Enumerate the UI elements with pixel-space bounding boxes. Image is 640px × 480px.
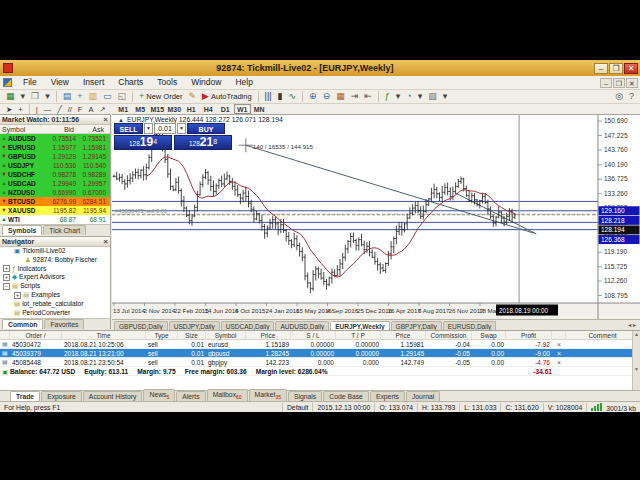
terminal-tab[interactable]: Code Base [323, 391, 369, 401]
restore-button[interactable]: ❐ [609, 63, 623, 74]
close-position-button[interactable]: × [552, 358, 566, 367]
close-position-button[interactable]: × [552, 349, 566, 358]
timeframe-button[interactable]: M5 [132, 104, 149, 114]
navigator-tree-item[interactable]: + ƒ Indicators [0, 265, 110, 274]
market-watch-row[interactable]: ▲ AUDUSD 0.73514 0.73521 [0, 134, 110, 143]
tree-expand-icon[interactable]: + [3, 265, 10, 272]
market-watch-tab[interactable]: Symbols [2, 225, 42, 235]
timeframe-button[interactable]: M15 [149, 104, 166, 114]
zoom-out-icon[interactable]: ⊖ [320, 91, 334, 103]
child-close-button[interactable]: ✕ [626, 78, 638, 88]
timeframe-button[interactable]: W1 [234, 104, 251, 114]
navigator-tree-item[interactable]: ♟ 92874: Bobby Fischer [0, 256, 110, 265]
tree-expand-icon[interactable]: + [3, 274, 10, 281]
menu-item[interactable]: Insert [76, 76, 111, 89]
bar-chart-icon[interactable]: ||| [262, 91, 275, 103]
periods-icon[interactable]: ◔ [403, 91, 414, 103]
market-watch-row[interactable]: ▼ USDCHF 0.98278 0.98289 [0, 170, 110, 179]
chart-dropdown-icon[interactable]: ▾ [18, 91, 29, 103]
lot-dropdown-icon[interactable]: ▼ [177, 123, 186, 134]
navigator-tree-item[interactable]: ▤ lot_rebate_calculator [0, 300, 110, 309]
navigator-tree-item[interactable]: ▣ Tickmill-Live02 [0, 247, 110, 256]
navigator-tree-item[interactable]: + ▤ Examples [0, 291, 110, 300]
market-watch-toggle-icon[interactable]: ▤ [60, 91, 75, 103]
terminal-tab[interactable]: Alerts [176, 391, 205, 401]
navigator-toggle-icon[interactable]: ▥ [85, 91, 100, 103]
terminal-tab[interactable]: Signals [288, 391, 322, 401]
profiles-icon[interactable]: ❐ [28, 91, 42, 103]
search-icon[interactable]: ◎ [612, 91, 626, 103]
sell-price-display[interactable]: 128194 [114, 135, 172, 150]
close-icon[interactable]: × [103, 116, 108, 124]
close-button[interactable]: ✕ [624, 63, 638, 74]
minimize-button[interactable]: – [594, 63, 608, 74]
menu-item[interactable]: File [16, 76, 44, 89]
terminal-tab[interactable]: Exposure [41, 391, 82, 401]
market-watch-row[interactable]: ▲ WTI 68.87 68.91 [0, 215, 110, 224]
menu-item[interactable]: Window [184, 76, 228, 89]
terminal-tab[interactable]: Account History [83, 391, 143, 401]
periods-dropdown-icon[interactable]: ▾ [415, 91, 426, 103]
terminal-column-header[interactable]: Comment [566, 331, 640, 340]
timeframe-button[interactable]: M1 [115, 104, 132, 114]
menu-item[interactable]: Help [228, 76, 259, 89]
new-order-icon[interactable]: +New Order [136, 91, 186, 103]
terminal-toggle-icon[interactable]: ▭ [100, 91, 115, 103]
market-watch-row[interactable]: ▲ NZDUSD 0.66990 0.67000 [0, 188, 110, 197]
line-chart-icon[interactable]: ∿ [286, 91, 300, 103]
buy-price-display[interactable]: 128218 [174, 135, 232, 150]
templates-icon[interactable]: ▨ [425, 91, 440, 103]
close-icon[interactable]: × [103, 238, 108, 246]
indicators-dropdown-icon[interactable]: ▾ [393, 91, 404, 103]
strategy-tester-icon[interactable]: ◱ [114, 91, 129, 103]
navigator-tree-item[interactable]: − ▤ Scripts [0, 282, 110, 291]
market-watch-row[interactable]: ▼ BTCUSD 6276.99 6284.51 [0, 197, 110, 206]
navigator-tree-item[interactable]: ▤ PeriodConverter [0, 309, 110, 318]
candlestick-chart-icon[interactable]: ▮ [275, 91, 286, 103]
profile-name[interactable]: Default [282, 403, 313, 412]
indicators-icon[interactable]: ƒ [382, 91, 393, 103]
tree-expand-icon[interactable]: − [3, 283, 10, 290]
terminal-tab[interactable]: Trade [10, 391, 40, 401]
terminal-tab[interactable]: Experts [370, 391, 405, 401]
context-help-icon[interactable]: ? [626, 91, 637, 103]
market-watch-tab[interactable]: Tick Chart [43, 225, 86, 235]
timeframe-button[interactable]: H1 [183, 104, 200, 114]
new-chart-icon[interactable]: ▦ [3, 91, 18, 103]
timeframe-button[interactable]: D1 [217, 104, 234, 114]
terminal-tab[interactable]: Market35 [249, 389, 287, 401]
child-restore-button[interactable]: ❐ [613, 78, 625, 88]
menu-item[interactable]: View [44, 76, 76, 89]
data-window-icon[interactable]: + [74, 91, 85, 103]
tile-windows-icon[interactable]: ▦ [333, 91, 348, 103]
close-position-button[interactable]: × [552, 340, 566, 349]
lot-size-input[interactable]: 0.01 [154, 123, 176, 134]
tab-scroll-arrows[interactable]: ◂ ▸ [628, 321, 636, 328]
profiles-dropdown-icon[interactable]: ▾ [42, 91, 53, 103]
terminal-tab[interactable]: Journal [406, 391, 440, 401]
terminal-scrollbar[interactable]: ▲▼ [632, 331, 640, 391]
buy-button[interactable]: BUY [187, 123, 225, 134]
timeframe-button[interactable]: M30 [166, 104, 183, 114]
tree-expand-icon[interactable]: + [14, 292, 21, 299]
templates-dropdown-icon[interactable]: ▾ [440, 91, 451, 103]
navigator-tree-item[interactable]: + ◆ Expert Advisors [0, 273, 110, 282]
autotrading-icon[interactable]: ▶AutoTrading [199, 91, 255, 103]
metaeditor-icon[interactable]: ✎ [186, 91, 200, 103]
child-minimize-button[interactable]: – [600, 78, 612, 88]
order-row[interactable]: ▤ 45085448 2018.08.21 23:50:54 sell 0.01… [0, 358, 640, 367]
terminal-tab[interactable]: Mailbox60 [207, 389, 248, 401]
market-watch-row[interactable]: ▼ XAUUSD 1195.82 1195.94 [0, 206, 110, 215]
market-watch-row[interactable]: ▲ USDJPY 110.536 110.540 [0, 161, 110, 170]
market-watch-row[interactable]: ▼ EURUSD 1.15977 1.15981 [0, 143, 110, 152]
menu-item[interactable]: Charts [111, 76, 150, 89]
navigator-tab[interactable]: Common [2, 319, 43, 329]
timeframe-button[interactable]: MN [251, 104, 268, 114]
collapse-arrow-icon[interactable]: ▲ [118, 117, 124, 123]
market-watch-row[interactable]: ▲ USDCAD 1.29949 1.29957 [0, 179, 110, 188]
terminal-tab[interactable]: News5 [143, 389, 175, 401]
menu-item[interactable]: Tools [150, 76, 184, 89]
sell-dropdown-icon[interactable]: ▼ [144, 123, 153, 134]
zoom-in-icon[interactable]: ⊕ [306, 91, 320, 103]
sell-button[interactable]: SELL [114, 123, 143, 134]
